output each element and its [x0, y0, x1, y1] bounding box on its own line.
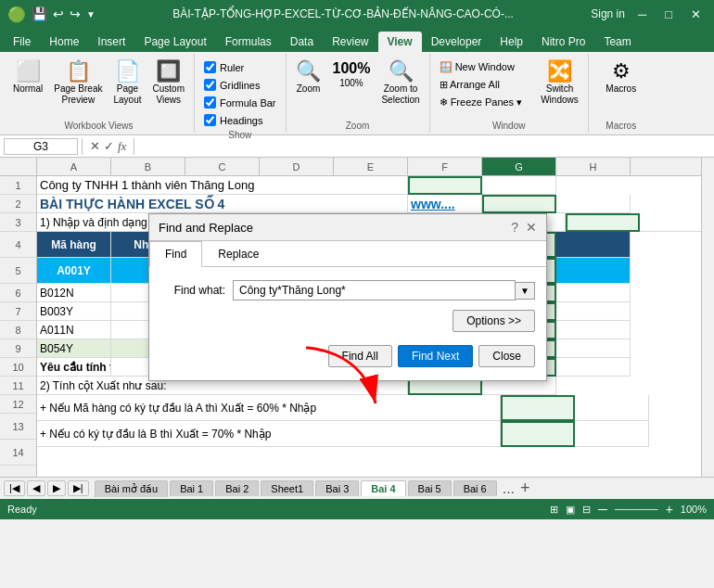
tab-help[interactable]: Help	[491, 32, 532, 52]
quick-redo[interactable]: ↪	[70, 6, 81, 21]
tab-page-layout[interactable]: Page Layout	[134, 32, 215, 52]
sheet-nav-prev[interactable]: ◀	[27, 480, 45, 496]
tab-developer[interactable]: Developer	[422, 32, 491, 52]
tab-nitro-pro[interactable]: Nitro Pro	[532, 32, 594, 52]
zoom-slider[interactable]: ──────	[615, 504, 658, 515]
close-btn[interactable]: ✕	[685, 6, 707, 23]
zoom-100-btn[interactable]: 100% 100%	[329, 59, 375, 91]
cell-h12[interactable]	[575, 395, 649, 421]
cell-h6[interactable]	[556, 284, 631, 302]
normal-view-btn[interactable]: ▣	[566, 504, 575, 516]
headings-checkbox[interactable]: Headings	[200, 112, 280, 128]
vertical-scrollbar[interactable]	[701, 176, 714, 519]
cell-a4[interactable]: Mã hàng	[37, 232, 111, 258]
normal-btn[interactable]: ⬜ Normal	[9, 59, 46, 96]
cell-g2[interactable]	[482, 195, 556, 213]
switch-windows-btn[interactable]: 🔀 SwitchWindows	[537, 59, 582, 108]
sheet-tab-sheet1[interactable]: Sheet1	[261, 480, 313, 496]
add-sheet-btn[interactable]: +	[520, 479, 530, 498]
confirm-formula-icon[interactable]: ✓	[104, 139, 114, 154]
find-all-btn[interactable]: Find All	[328, 345, 392, 367]
cell-a8[interactable]: A011N	[37, 321, 111, 339]
sheet-nav-first[interactable]: |◀	[4, 480, 25, 496]
cell-a1[interactable]: Công ty TNHH 1 thành viên Thăng Long	[37, 176, 408, 195]
page-layout-btn[interactable]: 📄 PageLayout	[110, 59, 146, 108]
sheet-tab-bai-3[interactable]: Bai 3	[315, 480, 359, 496]
zoom-plus-btn[interactable]: +	[666, 502, 673, 517]
tab-view[interactable]: View	[378, 32, 422, 52]
dialog-tab-find[interactable]: Find	[149, 241, 202, 267]
tab-insert[interactable]: Insert	[88, 32, 134, 52]
freeze-panes-btn[interactable]: ❄ Freeze Panes ▾	[436, 95, 527, 110]
find-dropdown-btn[interactable]: ▼	[516, 282, 535, 300]
new-window-btn[interactable]: 🪟 New Window	[436, 59, 527, 75]
cell-a2[interactable]: BÀI THỰC HÀNH EXCEL SỐ 4	[37, 195, 408, 213]
page-break-view-btn[interactable]: ⊟	[582, 504, 591, 516]
cancel-formula-icon[interactable]: ✕	[90, 139, 100, 154]
page-layout-view-btn[interactable]: ⊞	[550, 504, 558, 516]
tab-data[interactable]: Data	[281, 32, 323, 52]
arrange-all-btn[interactable]: ⊞ Arrange All	[436, 77, 527, 93]
find-next-btn[interactable]: Find Next	[398, 345, 473, 367]
options-btn[interactable]: Options >>	[453, 310, 535, 332]
cell-h10[interactable]	[556, 358, 631, 377]
cell-a9[interactable]: B054Y	[37, 339, 111, 358]
sheet-tab-bai-6[interactable]: Bai 6	[453, 480, 497, 496]
tab-file[interactable]: File	[4, 32, 40, 52]
macros-btn[interactable]: ⚙ Macros	[602, 59, 640, 96]
cell-a10[interactable]: Yêu cầu tính toán:	[37, 358, 111, 377]
cell-h7[interactable]	[556, 302, 631, 321]
quick-undo[interactable]: ↩	[53, 6, 64, 21]
sheet-nav-next[interactable]: ▶	[47, 480, 66, 496]
tab-review[interactable]: Review	[323, 32, 377, 52]
sheet-nav-last[interactable]: ▶|	[68, 480, 89, 496]
cell-e2[interactable]: www....	[408, 195, 482, 213]
custom-views-btn[interactable]: 🔲 CustomViews	[149, 59, 188, 108]
cell-h4[interactable]	[556, 232, 631, 258]
signin-link[interactable]: Sign in	[591, 7, 625, 20]
zoom-selection-btn[interactable]: 🔍 Zoom toSelection	[377, 59, 423, 108]
cell-a7[interactable]: B003Y	[37, 302, 111, 321]
cell-a6[interactable]: B012N	[37, 284, 111, 302]
ruler-checkbox[interactable]: Ruler	[200, 59, 280, 75]
cell-g3[interactable]	[566, 213, 640, 232]
find-replace-dialog[interactable]: Find and Replace ? ✕ Find Replace Find w…	[148, 213, 547, 381]
find-what-input[interactable]	[233, 280, 516, 300]
formula-bar-checkbox[interactable]: Formula Bar	[200, 95, 280, 110]
cell-h9[interactable]	[556, 339, 631, 358]
cell-h5[interactable]	[556, 258, 631, 284]
sheet-tab-bai-5[interactable]: Bai 5	[408, 480, 452, 496]
cell-g13[interactable]	[501, 421, 575, 447]
gridlines-checkbox[interactable]: Gridlines	[200, 77, 280, 93]
zoom-minus-btn[interactable]: ─	[598, 502, 607, 517]
more-sheets-btn[interactable]: ...	[503, 480, 515, 497]
cell-h1[interactable]	[482, 176, 556, 195]
dialog-tab-replace[interactable]: Replace	[202, 241, 274, 267]
maximize-btn[interactable]: □	[659, 6, 678, 23]
sheet-tab-bai-4[interactable]: Bai 4	[361, 480, 405, 496]
formula-input[interactable]	[138, 140, 710, 153]
zoom-btn[interactable]: 🔍 Zoom	[292, 59, 325, 96]
cell-g12[interactable]	[501, 395, 575, 421]
tab-home[interactable]: Home	[40, 32, 88, 52]
quick-access-dropdown[interactable]: ▼	[86, 9, 96, 19]
cell-a12[interactable]: + Nếu Mã hàng có ký tự đầu là A thì Xuất…	[37, 395, 501, 421]
dialog-help-icon[interactable]: ?	[511, 220, 518, 235]
page-break-btn[interactable]: 📋 Page BreakPreview	[50, 59, 106, 108]
cell-a5[interactable]: A001Y	[37, 258, 111, 284]
tab-formulas[interactable]: Formulas	[216, 32, 281, 52]
quick-save[interactable]: 💾	[32, 6, 47, 21]
dialog-close-icon[interactable]: ✕	[526, 220, 537, 235]
name-box[interactable]	[4, 138, 78, 155]
sheet-tab-bai-mo-dau[interactable]: Bài mở đầu	[95, 480, 168, 497]
cell-h8[interactable]	[556, 321, 631, 339]
minimize-btn[interactable]: ─	[632, 6, 652, 23]
sheet-tab-bai-1[interactable]: Bai 1	[170, 480, 213, 496]
cell-h2[interactable]	[556, 195, 631, 213]
cell-h13[interactable]	[575, 421, 649, 447]
tab-team[interactable]: Team	[594, 32, 640, 52]
close-dialog-btn[interactable]: Close	[478, 345, 535, 367]
insert-function-icon[interactable]: fx	[118, 139, 126, 154]
sheet-tab-bai-2[interactable]: Bai 2	[215, 480, 259, 496]
cell-g1[interactable]	[408, 176, 482, 195]
